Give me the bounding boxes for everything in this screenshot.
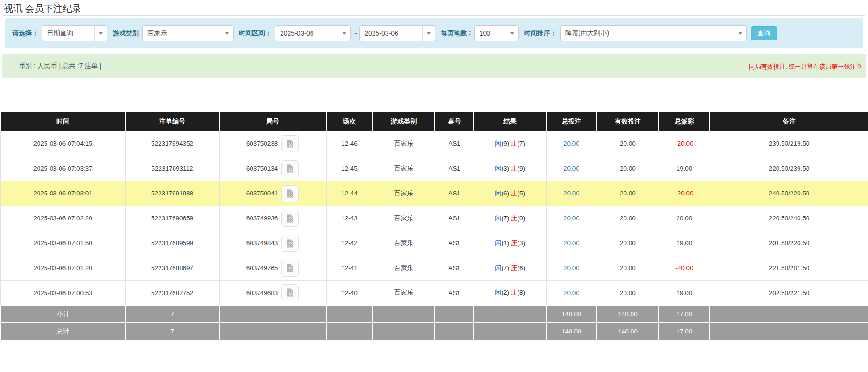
payout-cell: -20.00 bbox=[659, 181, 710, 206]
subtotal-row: 小计 7 140.00 140.00 17.00 bbox=[0, 305, 868, 323]
table-header: 时间注单编号局号场次游戏类别桌号结果总投注有效投注总派彩备注 bbox=[0, 112, 868, 131]
video-record-icon bbox=[285, 214, 295, 223]
column-header: 备注 bbox=[710, 112, 868, 131]
total-bet-cell: 20.00 bbox=[546, 181, 597, 206]
result-cell: 闲(7)庄(6) bbox=[474, 256, 546, 280]
table-no-cell: AS1 bbox=[435, 156, 474, 181]
page-size-label: 每页笔数 : bbox=[441, 29, 471, 38]
column-header: 总投注 bbox=[546, 112, 597, 131]
result-cell: 闲(7)庄(0) bbox=[474, 206, 546, 231]
round-cell: 603750041 bbox=[219, 181, 326, 206]
remark-cell: 202.50/221.50 bbox=[710, 280, 868, 305]
video-replay-button[interactable] bbox=[281, 260, 299, 277]
grand-total-row: 总计 7 140.00 140.00 17.00 bbox=[0, 323, 868, 340]
time-range-label: 时间区间： bbox=[239, 29, 272, 38]
table-row: 2025-03-06 07:03:01522317691988603750041… bbox=[0, 181, 868, 206]
result-cell: 闲(6)庄(5) bbox=[474, 181, 546, 206]
video-replay-button[interactable] bbox=[281, 160, 299, 177]
total-bet-link[interactable]: 20.00 bbox=[563, 165, 579, 172]
column-header: 场次 bbox=[326, 112, 373, 131]
result-banker-score: (7) bbox=[518, 140, 525, 147]
valid-bet-cell: 20.00 bbox=[597, 280, 659, 305]
grand-total-label: 总计 bbox=[0, 323, 125, 340]
game-type-label: 游戏类别 bbox=[113, 29, 139, 38]
chevron-down-icon[interactable] bbox=[338, 26, 350, 41]
time-cell: 2025-03-06 07:03:01 bbox=[0, 181, 125, 206]
result-cell: 闲(3)庄(9) bbox=[474, 156, 546, 181]
result-player-score: (1) bbox=[502, 240, 510, 247]
total-bet-link[interactable]: 20.00 bbox=[563, 215, 579, 222]
valid-bet-cell: 20.00 bbox=[597, 256, 659, 280]
remark-cell: 221.50/201.50 bbox=[710, 256, 868, 280]
bet-id-cell: 522317690659 bbox=[125, 206, 219, 231]
total-bet-link[interactable]: 20.00 bbox=[563, 190, 579, 197]
result-player-label: 闲 bbox=[495, 215, 502, 222]
payout-cell: 19.00 bbox=[659, 280, 710, 305]
result-banker-score: (9) bbox=[518, 165, 525, 172]
time-sort-dropdown[interactable]: 降幂(由大到小) bbox=[560, 25, 747, 41]
grand-total-payout: 17.00 bbox=[659, 323, 710, 340]
video-replay-button[interactable] bbox=[281, 284, 299, 301]
date-from-dropdown[interactable]: 2025-03-06 bbox=[275, 25, 351, 41]
valid-bet-cell: 20.00 bbox=[597, 181, 659, 206]
session-cell: 12-42 bbox=[326, 231, 373, 256]
date-to-dropdown[interactable]: 2025-03-06 bbox=[359, 25, 435, 41]
game-type-dropdown[interactable]: 百家乐 bbox=[142, 25, 234, 41]
remark-cell: 239.50/219.50 bbox=[710, 131, 868, 156]
table-body: 2025-03-06 07:04:15522317694352603750238… bbox=[0, 131, 868, 305]
query-mode-dropdown[interactable]: 日期查询 bbox=[42, 25, 107, 41]
column-header: 总派彩 bbox=[659, 112, 710, 131]
total-bet-link[interactable]: 20.00 bbox=[563, 289, 579, 296]
select-mode-label: 请选择： bbox=[12, 29, 38, 38]
grand-total-total-bet: 140.00 bbox=[546, 323, 597, 340]
total-bet-link[interactable]: 20.00 bbox=[563, 264, 579, 271]
time-cell: 2025-03-06 07:03:37 bbox=[0, 156, 125, 181]
round-id: 603750238 bbox=[246, 140, 278, 147]
remark-cell: 220.50/240.50 bbox=[710, 206, 868, 231]
page-size-dropdown[interactable]: 100 bbox=[474, 25, 519, 41]
total-bet-link[interactable]: 20.00 bbox=[563, 140, 579, 147]
game-type-cell: 百家乐 bbox=[373, 131, 435, 156]
subtotal-count: 7 bbox=[125, 305, 219, 323]
date-to-value: 2025-03-06 bbox=[360, 30, 422, 37]
search-button[interactable]: 查询 bbox=[751, 26, 777, 40]
column-header: 桌号 bbox=[435, 112, 474, 131]
payout-cell: 20.00 bbox=[659, 206, 710, 231]
result-banker-label: 庄 bbox=[511, 289, 518, 296]
round-cell: 603750238 bbox=[219, 131, 326, 156]
video-record-icon bbox=[285, 139, 295, 148]
table-footer: 小计 7 140.00 140.00 17.00 总计 7 140.00 140… bbox=[0, 305, 868, 340]
result-player-label: 闲 bbox=[495, 240, 502, 247]
result-player-label: 闲 bbox=[495, 190, 502, 197]
summary-currency-text: 币别 : 人民币 | 总共 :7 注单 | bbox=[19, 62, 101, 70]
session-cell: 12-41 bbox=[326, 256, 373, 280]
result-banker-label: 庄 bbox=[511, 215, 518, 222]
result-banker-label: 庄 bbox=[511, 165, 518, 172]
chevron-down-icon[interactable] bbox=[734, 26, 746, 41]
date-from-value: 2025-03-06 bbox=[275, 30, 338, 37]
video-replay-button[interactable] bbox=[281, 135, 299, 152]
page-size-value: 100 bbox=[475, 30, 506, 37]
round-cell: 603749765 bbox=[219, 256, 326, 280]
round-id: 603749683 bbox=[246, 289, 278, 296]
chevron-down-icon[interactable] bbox=[221, 26, 233, 41]
time-cell: 2025-03-06 07:04:15 bbox=[0, 131, 125, 156]
table-no-cell: AS1 bbox=[435, 256, 474, 280]
total-bet-link[interactable]: 20.00 bbox=[563, 240, 579, 247]
column-header: 时间 bbox=[0, 112, 125, 131]
video-replay-button[interactable] bbox=[281, 210, 299, 227]
chevron-down-icon[interactable] bbox=[506, 26, 518, 41]
result-cell: 闲(2)庄(8) bbox=[474, 280, 546, 305]
bet-id-cell: 522317687752 bbox=[125, 280, 219, 305]
result-banker-label: 庄 bbox=[511, 264, 518, 271]
chevron-down-icon[interactable] bbox=[422, 26, 435, 41]
time-cell: 2025-03-06 07:00:53 bbox=[0, 280, 125, 305]
video-replay-button[interactable] bbox=[281, 185, 299, 202]
payout-cell: -20.00 bbox=[659, 256, 710, 280]
video-record-icon bbox=[285, 288, 295, 297]
valid-bet-cell: 20.00 bbox=[597, 131, 659, 156]
time-cell: 2025-03-06 07:02:20 bbox=[0, 206, 125, 231]
video-replay-button[interactable] bbox=[281, 235, 299, 252]
chevron-down-icon[interactable] bbox=[94, 26, 107, 41]
game-type-cell: 百家乐 bbox=[373, 256, 435, 280]
